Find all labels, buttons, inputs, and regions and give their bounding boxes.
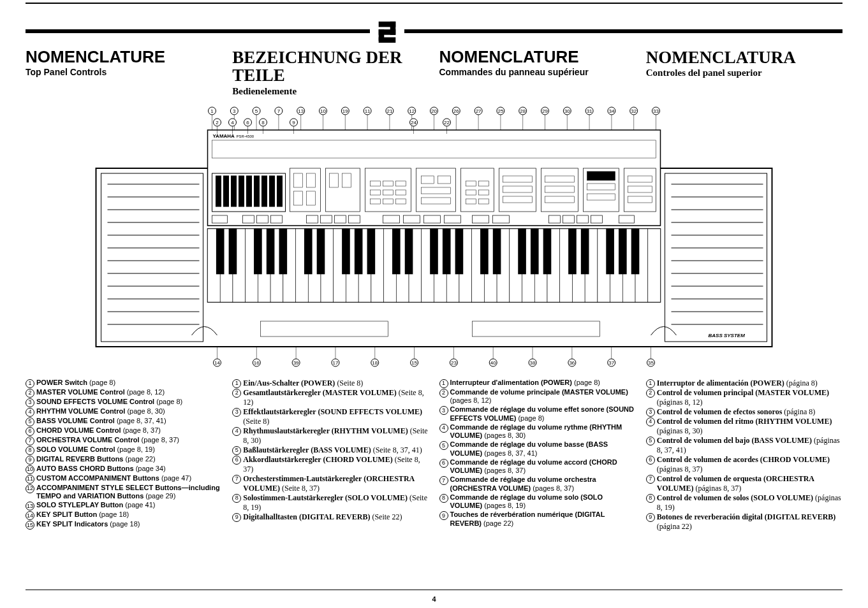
item-text: Control de volumen del bajo (BASS VOLUME… — [657, 436, 842, 455]
list-es: 1Interruptor de alimentación (POWER) (pá… — [646, 379, 842, 532]
svg-text:6: 6 — [246, 120, 249, 126]
item-number: 4 — [232, 427, 241, 436]
item-text: Commande de volume principale (MASTER VO… — [450, 388, 636, 406]
header-columns: NOMENCLATURE Top Panel Controls BEZEICHN… — [26, 48, 842, 97]
svg-text:40: 40 — [490, 360, 496, 366]
svg-rect-67 — [396, 199, 406, 204]
svg-rect-43 — [277, 176, 283, 206]
svg-rect-91 — [243, 215, 254, 223]
svg-rect-105 — [563, 215, 575, 223]
item-text: MASTER VOLUME Control (page 8, 12) — [36, 388, 222, 398]
svg-rect-56 — [307, 191, 316, 205]
list-item: 5BASS VOLUME Control (page 8, 37, 41) — [26, 417, 222, 426]
svg-rect-38 — [239, 176, 244, 206]
item-number: 2 — [439, 389, 448, 398]
item-text: Interruptor de alimentación (POWER) (pág… — [657, 379, 842, 388]
item-number: 9 — [26, 456, 34, 465]
list-item: 6Akkordlautstärkeregler (CHORD VOLUME) (… — [232, 455, 429, 474]
svg-rect-78 — [503, 176, 533, 182]
item-number: 12 — [26, 484, 34, 493]
page-number: 4 — [0, 595, 868, 603]
item-number: 8 — [439, 494, 448, 503]
list-item: 15KEY SPLIT Indicators (page 18) — [26, 520, 222, 530]
list-item: 12ACCOMPANIMENT STYLE SELECT Buttons—inc… — [26, 484, 222, 502]
item-number: 6 — [26, 427, 34, 436]
item-text: Control de volumen de orquesta (ORCHESTR… — [657, 474, 842, 493]
item-number: 8 — [646, 494, 655, 503]
svg-rect-146 — [216, 229, 224, 274]
item-text: Gesamtlautstärkeregler (MASTER VOLUME) (… — [243, 388, 429, 407]
list-item: 5Control de volumen del bajo (BASS VOLUM… — [646, 436, 842, 455]
svg-text:8: 8 — [261, 120, 265, 126]
svg-text:25: 25 — [497, 108, 503, 114]
item-number: 4 — [646, 417, 655, 426]
svg-rect-162 — [493, 229, 501, 274]
svg-rect-167 — [581, 229, 589, 274]
svg-text:23: 23 — [451, 360, 457, 366]
svg-text:1: 1 — [210, 108, 214, 114]
item-text: Commande de réglage du volume solo (SOLO… — [450, 493, 636, 511]
speaker-logo: BASS SYSTEM — [709, 333, 746, 338]
svg-rect-80 — [503, 196, 533, 203]
list-item: 4Commande de réglage du volume rythme (R… — [439, 423, 636, 441]
svg-text:29: 29 — [542, 108, 548, 114]
list-item: 13SOLO STYLEPLAY Button (page 41) — [26, 501, 222, 510]
item-text: RHYTHM VOLUME Control (page 8, 30) — [36, 407, 222, 417]
item-text: CUSTOM ACCOMPANIMENT Buttons (page 47) — [36, 474, 222, 484]
svg-rect-59 — [371, 181, 381, 186]
item-number: 4 — [439, 424, 448, 433]
svg-rect-107 — [591, 215, 603, 223]
list-item: 2MASTER VOLUME Control (page 8, 12) — [26, 388, 222, 398]
list-item: 7Commande de réglage du volume orchestra… — [439, 475, 636, 493]
svg-rect-72 — [466, 181, 476, 186]
svg-rect-62 — [371, 190, 381, 195]
svg-rect-166 — [568, 229, 577, 274]
svg-text:13: 13 — [298, 108, 304, 114]
item-text: Commande de réglage du volume accord (CH… — [450, 458, 636, 476]
item-number: 3 — [439, 406, 448, 415]
svg-text:33: 33 — [653, 108, 659, 114]
svg-text:39: 39 — [293, 360, 299, 366]
item-text: DIGITAL REVERB Buttons (page 22) — [36, 455, 222, 465]
item-number: 9 — [439, 511, 448, 520]
item-text: Control de volumen de solos (SOLO VOLUME… — [657, 493, 842, 512]
list-en: 1POWER Switch (page 8)2MASTER VOLUME Con… — [26, 379, 222, 532]
list-item: 1Interrupteur d'alimentation (POWER) (pa… — [439, 379, 636, 388]
svg-rect-77 — [479, 199, 489, 204]
svg-text:31: 31 — [587, 108, 592, 114]
item-text: Commande de réglage du volume rythme (RH… — [450, 423, 636, 441]
subtitle-es: Controles del panel superior — [646, 68, 842, 78]
item-number: 11 — [26, 475, 34, 484]
svg-text:7: 7 — [277, 108, 281, 114]
list-item: 8Commande de réglage du volume solo (SOL… — [439, 493, 636, 511]
svg-rect-150 — [279, 229, 288, 274]
svg-rect-154 — [355, 229, 363, 274]
svg-rect-171 — [261, 321, 388, 337]
svg-rect-145 — [648, 229, 661, 302]
header-es: NOMENCLATURA Controles del panel superio… — [646, 48, 842, 97]
list-item: 3Effektlautstärkeregler (SOUND EFFECTS V… — [232, 407, 429, 426]
list-item: 8SOLO VOLUME Control (page 8, 19) — [26, 445, 222, 455]
item-text: Rhythmuslautstärkeregler (RHYTHM VOLUME)… — [243, 426, 429, 445]
svg-text:16: 16 — [254, 360, 260, 366]
svg-rect-19 — [665, 173, 767, 342]
svg-rect-64 — [396, 190, 406, 195]
svg-rect-42 — [270, 176, 275, 206]
item-text: Botones de reverberación digital (DIGITA… — [657, 512, 842, 532]
svg-rect-36 — [224, 176, 229, 206]
svg-text:32: 32 — [631, 108, 636, 114]
svg-rect-168 — [606, 229, 614, 274]
list-item: 9Touches de réverbération numérique (DIG… — [439, 510, 636, 528]
svg-rect-95 — [321, 215, 332, 223]
svg-text:21: 21 — [386, 108, 392, 114]
list-item: 4Control de volumen del ritmo (RHYTHM VO… — [646, 417, 842, 436]
svg-rect-165 — [543, 229, 552, 274]
title-fr: NOMENCLATURE — [439, 48, 636, 66]
svg-rect-156 — [392, 229, 401, 274]
svg-text:10: 10 — [320, 108, 326, 114]
svg-rect-148 — [254, 229, 262, 274]
svg-text:37: 37 — [608, 360, 614, 366]
list-item: 3Commande de réglage du volume effet son… — [439, 405, 636, 423]
list-fr: 1Interrupteur d'alimentation (POWER) (pa… — [439, 379, 636, 532]
svg-text:9: 9 — [292, 120, 295, 126]
